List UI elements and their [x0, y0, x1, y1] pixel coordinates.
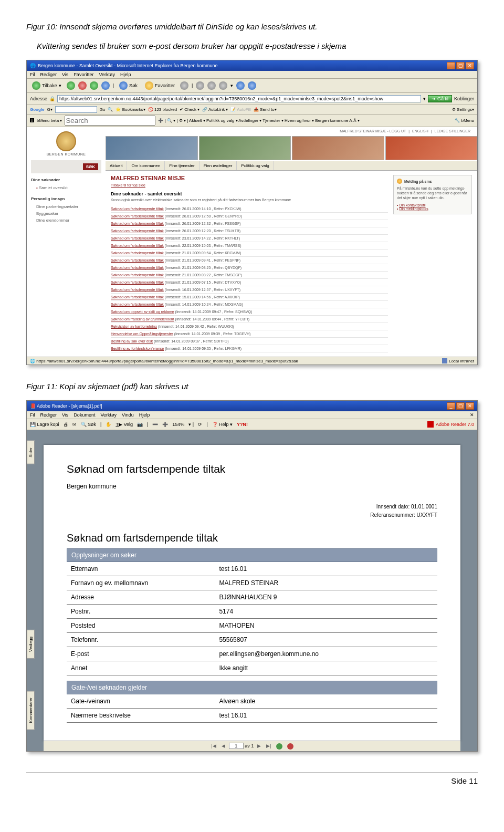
google-autolink[interactable]: 🔗 AutoLink ▾: [202, 107, 228, 112]
google-sendto[interactable]: 📤 Send to▾: [254, 107, 277, 112]
zoom-out-button[interactable]: ➖: [152, 422, 158, 427]
print-button[interactable]: 🖨: [64, 422, 68, 427]
menu-vis[interactable]: Vis: [62, 72, 68, 77]
application-link[interactable]: Søknad om fartsdempende tiltak: [111, 229, 164, 233]
adobe-maximize-button[interactable]: ▢: [456, 402, 465, 410]
nav-samlet-oversikt[interactable]: Samlet oversikt: [31, 184, 101, 191]
links-label[interactable]: Koblinger: [454, 96, 474, 101]
maximize-button[interactable]: ▢: [456, 62, 465, 69]
zoom-in-button[interactable]: ➕: [162, 422, 168, 427]
go-button[interactable]: ➜ Gå til: [428, 95, 452, 102]
nav-item-eiendommer[interactable]: Dine eiendommer: [31, 217, 101, 224]
address-input[interactable]: [57, 95, 421, 102]
adobe-menu-vindu[interactable]: Vindu: [122, 412, 134, 418]
adobe-menu-rediger[interactable]: Rediger: [40, 412, 57, 418]
bmenu-label[interactable]: bMenu beta ▾: [37, 118, 62, 123]
adobe-close-button[interactable]: ✕: [466, 402, 474, 410]
adobe-menu-verktoy[interactable]: Verktøy: [100, 412, 117, 418]
application-link[interactable]: Bestilling av forhåndskonferanse: [111, 347, 164, 350]
history-icon[interactable]: [180, 81, 188, 90]
application-link[interactable]: Søknad om fartsdempende tiltak: [111, 288, 164, 292]
application-link[interactable]: Søknad om fartsdempende tiltak: [111, 295, 164, 299]
bt-icon[interactable]: [248, 81, 256, 90]
hand-tool-button[interactable]: ✋: [106, 422, 111, 427]
adobe-minimize-button[interactable]: _: [447, 402, 455, 410]
sms-link-meldingsboks[interactable]: Din meldingsboks: [399, 207, 428, 211]
google-bookmarks[interactable]: ⭐ Bookmarks▾: [116, 107, 145, 112]
toplink-user-logout[interactable]: MALFRED STEINAR MISJE - LOGG UT: [340, 129, 406, 133]
google-go[interactable]: Go: [100, 107, 106, 112]
pdf-nav-circle-1[interactable]: [276, 743, 282, 750]
adobe-menu-dokument[interactable]: Dokument: [74, 412, 95, 418]
adobe-menu-hjelp[interactable]: Hjelp: [139, 412, 150, 418]
portal-back-link[interactable]: Tilbake til forrige side: [111, 183, 388, 187]
sms-link-kontaktprofil[interactable]: Din kontaktprofil: [399, 203, 425, 207]
pdf-page-input[interactable]: [229, 743, 244, 749]
pdf-tab-vedlegg[interactable]: Vedlegg: [27, 630, 35, 659]
google-search-input[interactable]: [55, 106, 97, 113]
minimize-button[interactable]: _: [447, 62, 455, 69]
messenger-icon[interactable]: [236, 81, 245, 90]
help-button-pdf[interactable]: ❓ Help ▾: [212, 422, 233, 427]
adobe-menu-vis[interactable]: Vis: [62, 412, 68, 418]
menu-rediger[interactable]: Rediger: [40, 72, 57, 77]
refresh-icon[interactable]: [90, 81, 98, 90]
print-icon[interactable]: [207, 81, 216, 90]
application-link[interactable]: Søknad om fartsdempende tiltak: [111, 258, 164, 262]
google-settings[interactable]: ⚙ Settings▾: [452, 107, 474, 112]
bmenu-right[interactable]: 🔧 bMenu: [455, 118, 474, 123]
close-button[interactable]: ✕: [466, 62, 474, 69]
stop-icon[interactable]: [78, 81, 87, 90]
application-link[interactable]: Søknad om fartsdempende tiltak: [111, 251, 164, 255]
snapshot-button[interactable]: 📷: [137, 422, 143, 427]
application-link[interactable]: Søknad om fartsdempende tiltak: [111, 222, 164, 225]
application-link[interactable]: Søknad om fartsdempende tiltak: [111, 266, 164, 269]
adobe-doc-close-button[interactable]: ✕: [470, 412, 474, 418]
rotate-button[interactable]: ⟳: [198, 422, 202, 427]
menu-verktoy[interactable]: Verktøy: [99, 72, 115, 77]
application-link[interactable]: Søknad om oppsett av skilt og reklame: [111, 310, 174, 314]
application-link[interactable]: Rekvisisjon av kartforretning: [111, 325, 157, 328]
forward-icon[interactable]: [67, 81, 75, 90]
pdf-viewport[interactable]: Sider Vedlegg Kommentarer Søknad om fart…: [27, 430, 477, 751]
tab-om-kommunen[interactable]: Om kommunen: [127, 161, 165, 170]
mail-icon[interactable]: [196, 81, 204, 90]
search-button-pdf[interactable]: 🔍 Søk: [81, 422, 97, 427]
application-link[interactable]: Søknad om fartsdempende tiltak: [111, 303, 164, 306]
home-icon[interactable]: [101, 81, 110, 90]
favorites-button[interactable]: Favoritter: [143, 81, 177, 90]
application-link[interactable]: Søknad om fartsdempende tiltak: [111, 214, 164, 218]
pdf-tab-kommentarer[interactable]: Kommentarer: [27, 691, 35, 730]
nav-item-byggesaker[interactable]: Byggesaker: [31, 210, 101, 217]
select-tool-button[interactable]: T▶ Velg: [116, 422, 133, 427]
application-link[interactable]: Søknad om fradeling av grunneiendom: [111, 317, 174, 321]
adobe-menu-fil[interactable]: Fil: [30, 412, 35, 418]
application-link[interactable]: Søknad om fartsdempende tiltak: [111, 280, 164, 284]
menu-favoritter[interactable]: Favoritter: [74, 72, 93, 77]
menu-hjelp[interactable]: Hjelp: [120, 72, 131, 77]
back-button[interactable]: Tilbake ▾: [30, 81, 64, 90]
google-blocked[interactable]: 🚫 123 blocked: [148, 107, 177, 112]
pdf-nav-first[interactable]: |◀: [211, 743, 216, 748]
pdf-nav-last[interactable]: ▶|: [266, 743, 271, 748]
email-button[interactable]: ✉: [72, 422, 77, 427]
application-link[interactable]: Søknad om fartsdempende tiltak: [111, 236, 164, 240]
application-link[interactable]: Bestilling av sak over disk: [111, 339, 153, 343]
pdf-tab-sider[interactable]: Sider: [27, 441, 35, 464]
application-link[interactable]: Søknad om fartsdempende tiltak: [111, 273, 164, 277]
zoom-value[interactable]: 154%: [172, 422, 184, 427]
menu-fil[interactable]: Fil: [30, 72, 35, 77]
edit-icon[interactable]: [219, 81, 227, 90]
google-autofill[interactable]: 📝 AutoFill: [230, 107, 250, 112]
tab-politikk[interactable]: Politikk og valg: [237, 161, 274, 170]
nav-item-parkering[interactable]: Dine parkeringsavtaler: [31, 203, 101, 210]
bmenu-search-input[interactable]: [65, 116, 155, 126]
application-link[interactable]: Søknad om fartsdempende tiltak: [111, 207, 164, 211]
yn-button[interactable]: Y?N!: [237, 422, 248, 427]
portal-search-button[interactable]: SØK: [83, 163, 98, 170]
google-check[interactable]: ✔ Check ▾: [180, 107, 200, 112]
tab-aktuelt[interactable]: Aktuelt: [106, 161, 127, 170]
pdf-nav-next[interactable]: ▶: [257, 743, 261, 748]
tab-finn-tjenester[interactable]: Finn tjenester: [165, 161, 199, 170]
bmenu-items[interactable]: ➕ | 🔍 ▾ | ⚙ ▾ | Aktuelt ▾ Politikk og va…: [158, 118, 359, 123]
